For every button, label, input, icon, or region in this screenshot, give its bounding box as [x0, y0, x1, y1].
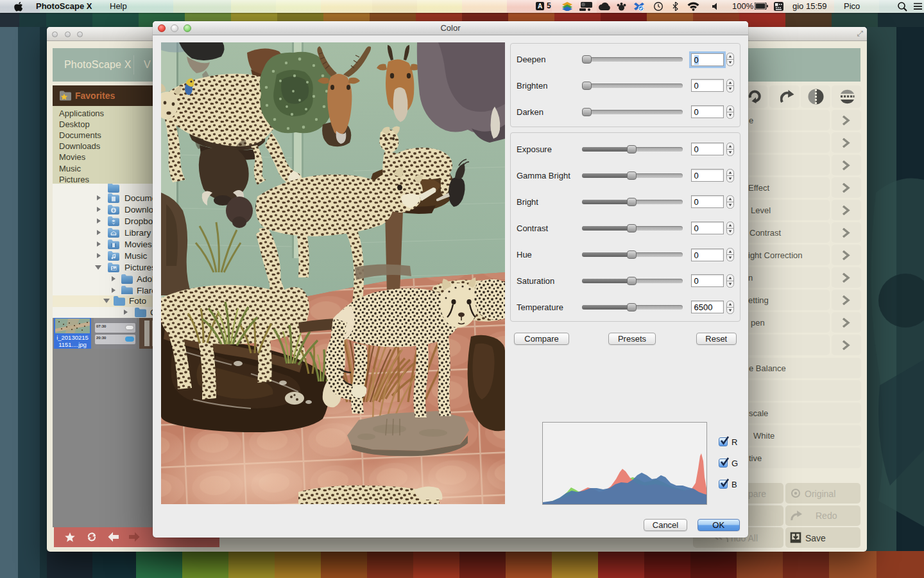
svg-text:Music: Music: [124, 251, 148, 261]
svg-text:Movies: Movies: [124, 240, 152, 249]
svg-text:Library: Library: [124, 228, 151, 238]
svg-text:Pictures: Pictures: [124, 263, 156, 272]
